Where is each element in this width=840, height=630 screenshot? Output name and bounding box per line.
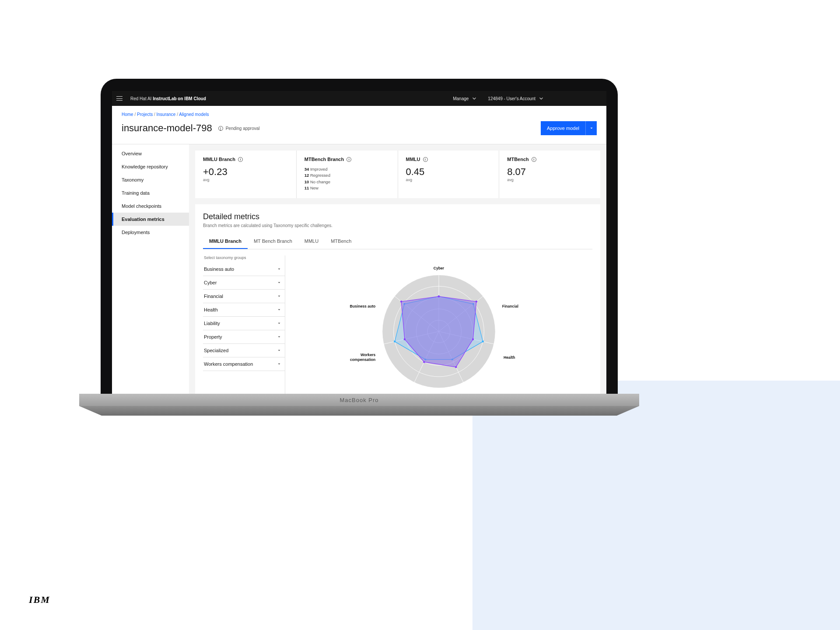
docs-icon[interactable] [560,95,570,102]
tab-mt-bench-branch[interactable]: MT Bench Branch [248,235,298,249]
manage-dropdown[interactable]: Manage [448,95,483,102]
card-line: 11 New [304,185,390,191]
svg-point-25 [394,340,396,342]
radar-chart: CyberFinancialHealthWorkerscompensationB… [285,256,592,394]
sidebar-item-model-checkpoints[interactable]: Model checkpoints [112,200,189,213]
sidebar-item-overview[interactable]: Overview [112,147,189,160]
svg-point-29 [476,301,477,302]
crumb-projects[interactable]: Projects [137,112,153,117]
tab-mmlu[interactable]: MMLU [298,235,325,249]
user-icon[interactable] [592,95,602,102]
svg-text:compensation: compensation [350,357,375,362]
svg-point-34 [400,301,402,302]
laptop-frame: Red Hat AI InstructLab on IBM Cloud Mana… [101,79,618,420]
taxonomy-group-cyber[interactable]: Cyber [203,276,285,290]
card-mtbench: MTBenchi 8.07 avg [499,150,600,198]
card-sub: avg [203,178,288,182]
pending-icon [218,126,223,131]
info-icon[interactable]: i [346,157,351,162]
sidebar-item-taxonomy[interactable]: Taxonomy [112,173,189,186]
crumb-home[interactable]: Home [122,112,133,117]
card-sub: avg [406,178,491,182]
card-lines: 34 Improved12 Regressed10 No change11 Ne… [304,166,390,191]
account-label: 124849 - User's Account [488,96,536,101]
side-nav: OverviewKnowledge repositoryTaxonomyTrai… [112,144,189,394]
menu-icon[interactable] [116,96,122,101]
info-icon[interactable]: i [532,157,536,162]
card-sub: avg [507,178,592,182]
chevron-down-icon [471,95,477,102]
svg-point-32 [423,361,425,363]
svg-point-28 [438,295,440,297]
global-topbar: Red Hat AI InstructLab on IBM Cloud Mana… [112,91,606,106]
card-value: 0.45 [406,166,491,178]
svg-point-31 [455,366,457,368]
brand-prefix: Red Hat AI [130,96,151,101]
svg-point-30 [472,338,474,340]
catalog-icon[interactable] [570,95,581,102]
summary-cards: MMLU Branchi +0.23 avg MTBench Branchi 3… [195,150,600,198]
chevron-down-icon [538,95,544,102]
page-title: insurance-model-798 [122,122,212,134]
taxonomy-group-specialized[interactable]: Specialized [203,344,285,357]
taxonomy-label: Select taxonomy groups [203,256,285,260]
sidebar-item-deployments[interactable]: Deployments [112,226,189,239]
svg-text:Workers: Workers [360,353,376,357]
main-content: MMLU Branchi +0.23 avg MTBench Branchi 3… [189,144,606,394]
breadcrumb: Home / Projects / Insurance / Aligned mo… [122,112,597,117]
bell-icon[interactable] [581,95,592,102]
card-line: 34 Improved [304,166,390,172]
card-title: MTBench [507,157,529,162]
svg-text:Financial: Financial [502,304,518,308]
laptop-base: MacBook Pro [79,394,639,416]
help-icon[interactable]: ? [550,95,560,102]
taxonomy-group-health[interactable]: Health [203,303,285,317]
svg-point-22 [482,340,484,342]
taxonomy-group-financial[interactable]: Financial [203,290,285,303]
card-value: +0.23 [203,166,288,178]
card-line: 10 No change [304,179,390,185]
card-mtbench-branch: MTBench Branchi 34 Improved12 Regressed1… [297,150,398,198]
laptop-label: MacBook Pro [340,397,378,403]
card-title: MTBench Branch [304,157,344,162]
crumb-aligned-models[interactable]: Aligned models [179,112,209,117]
manage-label: Manage [453,96,469,101]
status-text: Pending approval [226,126,260,131]
approve-model-button[interactable]: Approve model [541,121,585,135]
taxonomy-group-liability[interactable]: Liability [203,317,285,330]
tab-mmlu-branch[interactable]: MMLU Branch [203,235,248,249]
card-title: MMLU Branch [203,157,235,162]
taxonomy-group-workers-compensation[interactable]: Workers compensation [203,357,285,371]
svg-text:Health: Health [504,355,515,360]
taxonomy-column: Select taxonomy groups Business autoCybe… [203,256,285,394]
topbar-brand: Red Hat AI InstructLab on IBM Cloud [130,96,206,101]
info-icon[interactable]: i [423,157,428,162]
card-title: MMLU [406,157,420,162]
approve-model-split-button[interactable] [585,121,597,135]
app-screen: Red Hat AI InstructLab on IBM Cloud Mana… [112,91,606,394]
svg-point-33 [404,338,406,340]
crumb-insurance[interactable]: Insurance [157,112,176,117]
taxonomy-group-property[interactable]: Property [203,330,285,344]
detailed-metrics-panel: Detailed metrics Branch metrics are calc… [195,204,600,394]
card-value: 8.07 [507,166,592,178]
sidebar-item-knowledge-repository[interactable]: Knowledge repository [112,160,189,173]
panel-title: Detailed metrics [203,212,592,221]
tab-mtbench[interactable]: MTBench [325,235,357,249]
sidebar-item-evaluation-metrics[interactable]: Evaluation metrics [112,213,189,226]
status-badge: Pending approval [218,126,260,131]
account-dropdown[interactable]: 124849 - User's Account [483,95,550,102]
info-icon[interactable]: i [238,157,243,162]
card-mmlu: MMLUi 0.45 avg [398,150,500,198]
metric-tabs: MMLU BranchMT Bench BranchMMLUMTBench [203,235,592,249]
taxonomy-group-business-auto[interactable]: Business auto [203,262,285,276]
sidebar-item-training-data[interactable]: Training data [112,186,189,200]
ibm-logo: IBM [29,594,50,606]
brand-main: InstructLab on IBM Cloud [153,96,206,101]
panel-subtitle: Branch metrics are calculated using Taxo… [203,223,592,228]
card-line: 12 Regressed [304,172,390,178]
card-mmlu-branch: MMLU Branchi +0.23 avg [195,150,297,198]
svg-text:Cyber: Cyber [434,266,444,270]
svg-text:Business auto: Business auto [350,304,375,308]
